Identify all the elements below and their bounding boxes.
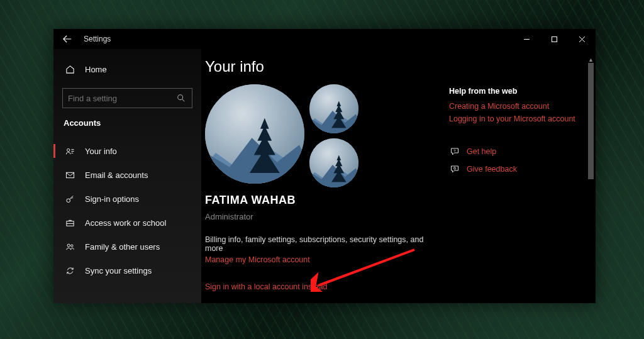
svg-text:?: ?: [453, 149, 456, 153]
svg-line-5: [182, 99, 185, 102]
avatar-secondary[interactable]: [309, 84, 358, 133]
billing-description: Billing info, family settings, subscript…: [205, 235, 440, 253]
svg-point-14: [70, 244, 72, 246]
page-title: Your info: [205, 58, 440, 75]
sidebar-item-label: Email & accounts: [85, 170, 148, 180]
svg-line-15: [318, 250, 414, 286]
help-link-login-account[interactable]: Logging in to your Microsoft account: [449, 114, 576, 123]
svg-point-17: [453, 167, 455, 169]
help-link-create-account[interactable]: Creating a Microsoft account: [449, 102, 576, 111]
maximize-button[interactable]: [540, 29, 568, 49]
sidebar-item-signin-options[interactable]: Sign-in options: [53, 187, 201, 211]
search-icon: [177, 94, 187, 103]
help-header: Help from the web: [449, 87, 576, 96]
svg-point-4: [178, 95, 183, 100]
sidebar-item-label: Family & other users: [85, 242, 160, 252]
minimize-button[interactable]: [513, 29, 540, 49]
sidebar-item-email-accounts[interactable]: Email & accounts: [53, 163, 201, 187]
manage-account-link[interactable]: Manage my Microsoft account: [205, 255, 310, 264]
window-buttons: [513, 29, 596, 49]
sidebar-item-label: Access work or school: [85, 218, 166, 228]
window-title: Settings: [84, 35, 111, 43]
sidebar-item-family-users[interactable]: Family & other users: [53, 235, 201, 258]
get-help-link[interactable]: Get help: [467, 147, 496, 156]
help-column: Help from the web Creating a Microsoft a…: [447, 58, 586, 303]
svg-rect-1: [552, 36, 557, 42]
chat-help-icon: ?: [449, 146, 460, 157]
scrollbar[interactable]: ▲: [586, 58, 596, 303]
give-feedback-row[interactable]: Give feedback: [449, 164, 576, 175]
mail-icon: [64, 170, 76, 180]
local-account-link[interactable]: Sign in with a local account instead: [205, 282, 328, 291]
sidebar-list: Your info Email & accounts Sign-in optio…: [53, 139, 201, 282]
sidebar-item-label: Sync your settings: [85, 266, 152, 275]
feedback-icon: [449, 164, 460, 175]
sidebar-item-label: Sign-in options: [85, 194, 139, 204]
sidebar-home-label: Home: [85, 65, 107, 74]
search-input[interactable]: [62, 88, 192, 108]
main-content: Your info FATIMA WAHAB Ad: [201, 49, 596, 303]
sync-icon: [64, 266, 76, 275]
svg-point-6: [67, 148, 69, 151]
sidebar-item-sync-settings[interactable]: Sync your settings: [53, 258, 201, 282]
get-help-row[interactable]: ? Get help: [449, 146, 576, 157]
content-column: Your info FATIMA WAHAB Ad: [205, 58, 447, 303]
sidebar-item-your-info[interactable]: Your info: [53, 139, 201, 163]
sidebar-home[interactable]: Home: [53, 58, 201, 81]
sidebar: Home Accounts Your info: [53, 49, 201, 303]
close-button[interactable]: [568, 29, 596, 49]
people-icon: [64, 242, 76, 252]
avatar-primary[interactable]: [205, 84, 304, 184]
briefcase-icon: [64, 218, 76, 228]
svg-point-13: [67, 244, 70, 247]
sidebar-item-label: Your info: [85, 147, 117, 156]
avatar-group: [205, 84, 440, 187]
svg-rect-10: [66, 172, 74, 177]
titlebar: Settings: [53, 29, 596, 49]
scrollbar-thumb[interactable]: [588, 63, 594, 179]
user-role: Administrator: [205, 212, 440, 221]
search-field[interactable]: [68, 94, 177, 103]
give-feedback-link[interactable]: Give feedback: [467, 165, 517, 174]
person-card-icon: [64, 147, 76, 156]
home-icon: [64, 65, 76, 74]
user-display-name: FATIMA WAHAB: [205, 194, 440, 207]
sidebar-item-access-work-school[interactable]: Access work or school: [53, 211, 201, 235]
settings-window: Settings Home: [53, 29, 596, 303]
avatar-secondary[interactable]: [309, 138, 358, 187]
sidebar-section-header: Accounts: [53, 116, 201, 135]
back-button[interactable]: [60, 31, 75, 47]
key-icon: [64, 194, 76, 204]
